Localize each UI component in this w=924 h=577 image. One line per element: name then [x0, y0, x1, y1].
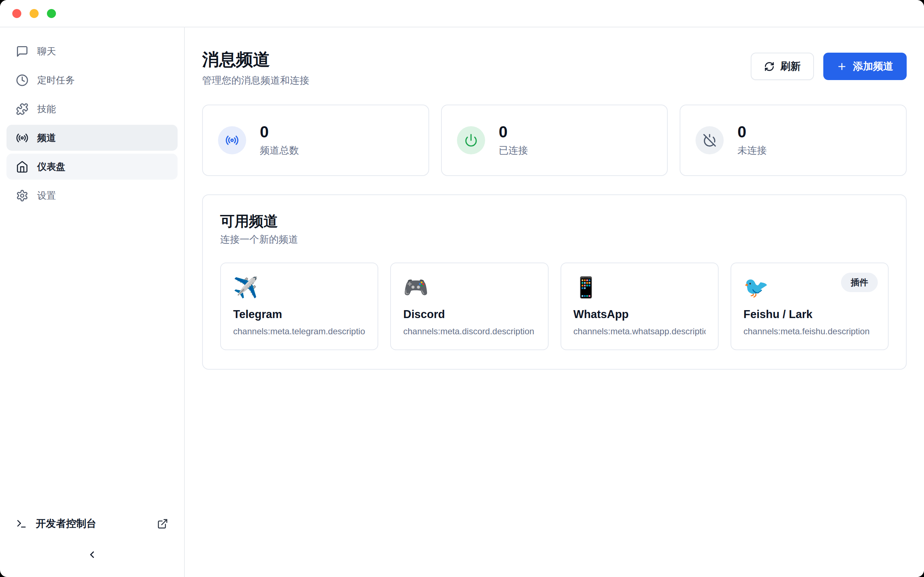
power-off-icon [703, 134, 716, 147]
channel-description: channels:meta.discord.description [403, 326, 535, 337]
channel-name: WhatsApp [573, 308, 706, 321]
page-title: 消息频道 [202, 50, 309, 69]
power-icon [464, 134, 478, 147]
panel-subtitle: 连接一个新的频道 [220, 233, 888, 246]
gear-icon [16, 189, 29, 202]
traffic-light-zoom[interactable] [47, 9, 56, 18]
broadcast-icon [16, 132, 29, 144]
available-channels-panel: 可用频道 连接一个新的频道 ✈️ Telegram channels:meta.… [202, 194, 907, 370]
sidebar-item-label: 频道 [37, 132, 56, 144]
clock-icon [16, 74, 29, 87]
stat-card-total-channels: 0 频道总数 [202, 105, 429, 176]
stat-label: 频道总数 [260, 144, 299, 157]
channel-grid: ✈️ Telegram channels:meta.telegram.descr… [220, 263, 888, 350]
sidebar-item-label: 聊天 [37, 45, 56, 58]
sidebar-item-settings[interactable]: 设置 [6, 182, 178, 208]
sidebar-item-scheduled-tasks[interactable]: 定时任务 [6, 67, 178, 93]
developer-console-link[interactable]: 开发者控制台 [6, 511, 178, 537]
page-subtitle: 管理您的消息频道和连接 [202, 74, 309, 87]
stat-value: 0 [499, 124, 528, 140]
stat-value: 0 [737, 124, 767, 140]
traffic-light-minimize[interactable] [30, 9, 39, 18]
page-header: 消息频道 管理您的消息频道和连接 刷新 添加频道 [202, 50, 907, 87]
stat-label: 未连接 [737, 144, 767, 157]
add-channel-button[interactable]: 添加频道 [823, 53, 907, 80]
refresh-button[interactable]: 刷新 [751, 53, 814, 80]
refresh-icon [764, 61, 775, 72]
plugin-badge: 插件 [841, 272, 878, 292]
channel-card-feishu[interactable]: 插件 🐦 Feishu / Lark channels:meta.feishu.… [730, 263, 888, 350]
channel-name: Feishu / Lark [743, 308, 876, 321]
channel-card-telegram[interactable]: ✈️ Telegram channels:meta.telegram.descr… [220, 263, 378, 350]
sidebar-item-label: 定时任务 [37, 74, 75, 87]
sidebar-item-channels[interactable]: 频道 [6, 125, 178, 151]
stat-card-connected: 0 已连接 [441, 105, 668, 176]
sidebar-item-chat[interactable]: 聊天 [6, 38, 178, 64]
sidebar-footer: 开发者控制台 [6, 511, 178, 567]
home-icon [16, 161, 29, 173]
channel-card-whatsapp[interactable]: 📱 WhatsApp channels:meta.whatsapp.descri… [561, 263, 719, 350]
developer-console-label: 开发者控制台 [36, 517, 96, 530]
sidebar-collapse-row [6, 542, 178, 567]
sidebar-item-label: 技能 [37, 103, 56, 115]
whatsapp-emoji-icon: 📱 [573, 276, 706, 298]
telegram-emoji-icon: ✈️ [233, 276, 365, 298]
channel-description: channels:meta.telegram.description [233, 326, 365, 337]
plus-icon [837, 61, 847, 72]
refresh-button-label: 刷新 [780, 60, 801, 73]
titlebar [0, 0, 924, 27]
chevron-left-icon [87, 549, 97, 560]
traffic-light-close[interactable] [12, 9, 21, 18]
broadcast-icon [225, 134, 239, 147]
channel-description: channels:meta.whatsapp.description [573, 326, 706, 337]
app-window: 聊天 定时任务 技能 频道 仪表盘 设置 [0, 0, 924, 577]
puzzle-icon [16, 103, 29, 115]
chat-icon [16, 45, 29, 58]
channel-name: Discord [403, 308, 535, 321]
main-content: 消息频道 管理您的消息频道和连接 刷新 添加频道 [185, 27, 924, 577]
stats-row: 0 频道总数 0 已连接 [202, 105, 907, 176]
stat-card-disconnected: 0 未连接 [680, 105, 907, 176]
sidebar-item-skills[interactable]: 技能 [6, 96, 178, 122]
sidebar-collapse-button[interactable] [81, 543, 103, 566]
add-channel-button-label: 添加频道 [853, 60, 893, 73]
discord-emoji-icon: 🎮 [403, 276, 535, 298]
stat-value: 0 [260, 124, 299, 140]
terminal-icon [16, 518, 27, 529]
channel-name: Telegram [233, 308, 365, 321]
channel-description: channels:meta.feishu.description [743, 326, 876, 337]
external-link-icon [157, 518, 168, 529]
sidebar-item-dashboard[interactable]: 仪表盘 [6, 154, 178, 180]
stat-label: 已连接 [499, 144, 528, 157]
panel-title: 可用频道 [220, 213, 888, 230]
sidebar-item-label: 设置 [37, 189, 56, 202]
sidebar: 聊天 定时任务 技能 频道 仪表盘 设置 [0, 27, 185, 577]
sidebar-item-label: 仪表盘 [37, 161, 65, 173]
channel-card-discord[interactable]: 🎮 Discord channels:meta.discord.descript… [390, 263, 548, 350]
